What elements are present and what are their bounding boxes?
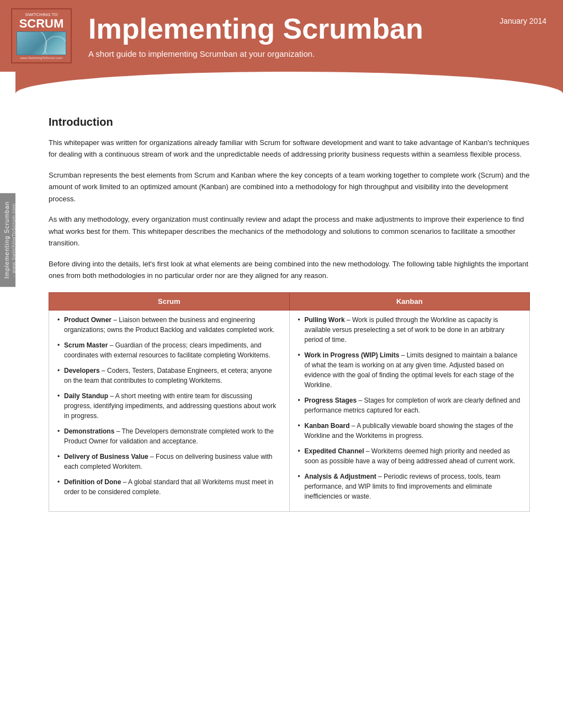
logo: SWITCHING TO SCRUM www.SwitchingToScrum.… [11, 8, 72, 63]
list-item: Pulling Work – Work is pulled through th… [298, 315, 522, 345]
kanban-term-1: Work in Progress (WIP) Limits [305, 351, 400, 359]
scrum-term-4: Demonstrations [64, 427, 114, 435]
list-item: Analysis & Adjustment – Periodic reviews… [298, 472, 522, 501]
intro-paragraph-3: As with any methodology, every organizat… [49, 213, 530, 249]
comparison-table: Scrum Kanban Product Owner – Liaison bet… [49, 292, 530, 512]
side-tab-url: - www.SwitchingToScrum.com [11, 203, 17, 277]
list-item: Expedited Channel – Workitems deemed hig… [298, 446, 522, 466]
list-item: Developers – Coders, Testers, Database E… [57, 366, 281, 386]
scrum-term-2: Developers [64, 367, 100, 374]
header-subtitle: A short guide to implementing Scrumban a… [88, 49, 546, 58]
kanban-list: Pulling Work – Work is pulled through th… [298, 315, 522, 501]
side-tab-title: Implementing Scrumban [3, 201, 10, 279]
kanban-term-5: Analysis & Adjustment [305, 473, 376, 480]
curve-divider [15, 72, 563, 94]
logo-small-text: www.SwitchingToScrum.com [20, 56, 63, 60]
logo-scrum-text: SCRUM [19, 18, 64, 30]
col-header-scrum: Scrum [49, 293, 290, 311]
scrum-list: Product Owner – Liaison between the busi… [57, 315, 281, 497]
main-content: Introduction This whitepaper was written… [15, 94, 563, 534]
page-title: Implementing Scrumban [88, 13, 546, 45]
kanban-column: Pulling Work – Work is pulled through th… [289, 311, 530, 512]
intro-section-title: Introduction [49, 116, 530, 129]
side-tab: Implementing Scrumban - www.SwitchingToS… [0, 193, 15, 287]
list-item: Work in Progress (WIP) Limits – Limits d… [298, 350, 522, 390]
scrum-term-6: Definition of Done [64, 478, 121, 486]
kanban-term-3: Kanban Board [305, 422, 350, 430]
scrum-column: Product Owner – Liaison between the busi… [49, 311, 290, 512]
scrum-term-5: Delivery of Business Value [64, 453, 148, 461]
intro-paragraph-2: Scrumban represents the best elements fr… [49, 169, 530, 205]
intro-paragraph-4: Before diving into the details, let's fi… [49, 258, 530, 282]
kanban-term-4: Expedited Channel [305, 447, 364, 455]
list-item: Delivery of Business Value – Focus on de… [57, 452, 281, 472]
scrum-term-3: Daily Standup [64, 392, 108, 400]
kanban-term-2: Progress Stages [305, 397, 357, 404]
table-row-main: Product Owner – Liaison between the busi… [49, 311, 530, 512]
page-header: SWITCHING TO SCRUM www.SwitchingToScrum.… [0, 0, 563, 72]
list-item: Daily Standup – A short meeting with ent… [57, 391, 281, 421]
header-date: January 2014 [500, 17, 546, 25]
scrum-term-0: Product Owner [64, 316, 111, 324]
list-item: Kanban Board – A publically viewable boa… [298, 421, 522, 441]
col-header-kanban: Kanban [289, 293, 530, 311]
list-item: Demonstrations – The Developers demonstr… [57, 426, 281, 446]
list-item: Scrum Master – Guardian of the process; … [57, 340, 281, 360]
logo-image [17, 31, 66, 55]
list-item: Progress Stages – Stages for completion … [298, 395, 522, 415]
kanban-term-0: Pulling Work [305, 316, 345, 324]
scrum-term-1: Scrum Master [64, 341, 108, 349]
list-item: Product Owner – Liaison between the busi… [57, 315, 281, 335]
intro-paragraph-1: This whitepaper was written for organiza… [49, 137, 530, 160]
list-item: Definition of Done – A global standard t… [57, 477, 281, 497]
